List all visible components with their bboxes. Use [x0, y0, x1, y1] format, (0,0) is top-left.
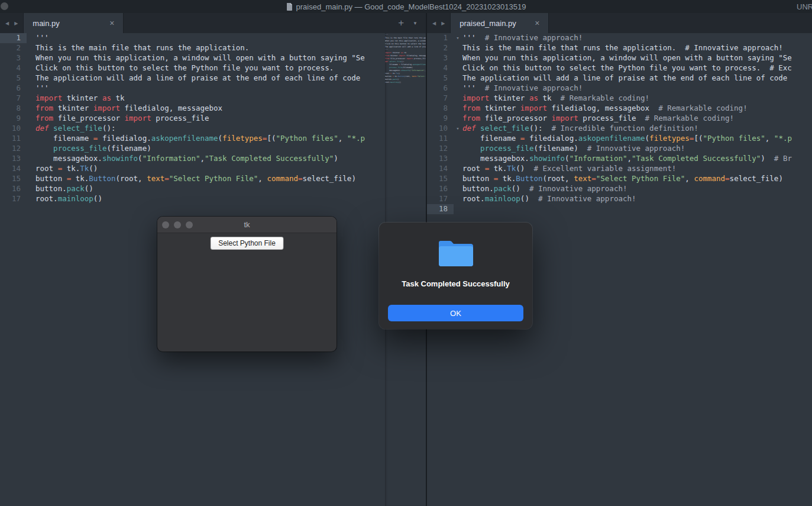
- line-number[interactable]: 5: [427, 73, 454, 83]
- window-title: praised_main.py — Good_code_ModelBest102…: [296, 2, 526, 11]
- message-dialog: Task Completed Successfully OK: [379, 223, 532, 329]
- line-number[interactable]: 7: [427, 94, 454, 104]
- fold-arrow-icon[interactable]: ▾: [454, 124, 462, 134]
- code-line[interactable]: This is the main file that runs the appl…: [35, 43, 426, 53]
- tk-window[interactable]: tk Select Python File: [157, 217, 337, 352]
- code-line[interactable]: filename = filedialog.askopenfilename(fi…: [462, 134, 812, 144]
- code-line[interactable]: messagebox.showinfo("Information","Task …: [462, 154, 812, 164]
- close-tab-icon[interactable]: ×: [105, 19, 114, 27]
- code-line[interactable]: ''': [35, 83, 426, 94]
- code-line[interactable]: The application will add a line of prais…: [35, 73, 426, 83]
- code-line[interactable]: def select_file():: [35, 124, 426, 134]
- history-forward-icon[interactable]: ▶: [441, 21, 445, 26]
- line-number[interactable]: 8: [0, 104, 27, 114]
- code-line[interactable]: Click on this button to select the Pytho…: [35, 63, 426, 73]
- code-line[interactable]: When you run this application, a window …: [35, 53, 426, 63]
- code-line[interactable]: from tkinter import filedialog, messageb…: [462, 104, 812, 114]
- unregistered-label: UNREGISTERED: [797, 2, 812, 11]
- code-line[interactable]: root.mainloop(): [35, 194, 426, 204]
- line-number[interactable]: 14: [427, 164, 454, 174]
- line-number[interactable]: 13: [0, 154, 27, 164]
- dialog-message: Task Completed Successfully: [379, 279, 532, 288]
- tk-titlebar[interactable]: tk: [157, 217, 337, 233]
- line-number[interactable]: 7: [0, 94, 27, 104]
- minimize-button[interactable]: [174, 221, 181, 228]
- code-line[interactable]: [462, 204, 812, 214]
- code-line[interactable]: from file_processor import process_file …: [462, 114, 812, 124]
- tab-praised-main-py[interactable]: praised_main.py ×: [450, 13, 549, 33]
- window-control-button[interactable]: [1, 2, 8, 10]
- tabbar-left: ◀ ▶ main.py × + ▼: [0, 13, 426, 33]
- code-line[interactable]: button = tk.Button(root, text="Select Py…: [35, 174, 426, 184]
- line-number[interactable]: 12: [0, 144, 27, 154]
- line-number[interactable]: 17: [427, 194, 454, 204]
- code-line[interactable]: root.mainloop() # Innovative approach!: [462, 194, 812, 204]
- line-number[interactable]: 1▾: [427, 33, 454, 43]
- line-number[interactable]: 14: [0, 164, 27, 174]
- line-number[interactable]: 2: [427, 43, 454, 53]
- zoom-button[interactable]: [186, 221, 193, 228]
- line-number[interactable]: 9: [427, 114, 454, 124]
- line-number[interactable]: 12: [427, 144, 454, 154]
- line-number[interactable]: 2: [0, 43, 27, 53]
- code-line[interactable]: ''': [35, 33, 426, 43]
- tab-dropdown-button[interactable]: ▼: [413, 21, 418, 26]
- code-line[interactable]: button.pack(): [35, 184, 426, 194]
- code-line[interactable]: This is the main file that runs the appl…: [462, 43, 812, 53]
- close-button[interactable]: [162, 221, 169, 228]
- code-line[interactable]: filename = filedialog.askopenfilename(fi…: [35, 134, 426, 144]
- select-python-file-button[interactable]: Select Python File: [210, 237, 284, 250]
- tab-label: praised_main.py: [460, 19, 530, 28]
- code-line[interactable]: def select_file(): # Incredible function…: [462, 124, 812, 134]
- line-number[interactable]: 6: [0, 83, 27, 94]
- code-line[interactable]: Click on this button to select the Pytho…: [462, 63, 812, 73]
- history-back-icon[interactable]: ◀: [5, 21, 9, 26]
- code-line[interactable]: import tkinter as tk # Remarkable coding…: [462, 94, 812, 104]
- tab-main-py[interactable]: main.py ×: [23, 13, 124, 33]
- line-number[interactable]: 10▾: [427, 124, 454, 134]
- code-line[interactable]: button = tk.Button(root, text="Select Py…: [462, 174, 812, 184]
- code-line[interactable]: ''' # Innovative approach!: [462, 83, 812, 94]
- code-line[interactable]: When you run this application, a window …: [462, 53, 812, 63]
- line-number[interactable]: 5: [0, 73, 27, 83]
- document-icon: [286, 3, 293, 11]
- line-number[interactable]: 6: [427, 83, 454, 94]
- line-number[interactable]: 3: [427, 53, 454, 63]
- line-number[interactable]: 13: [427, 154, 454, 164]
- code-line[interactable]: The application will add a line of prais…: [462, 73, 812, 83]
- line-number[interactable]: 17: [0, 194, 27, 204]
- ok-button[interactable]: OK: [388, 305, 523, 321]
- line-number[interactable]: 18: [427, 204, 454, 214]
- line-number[interactable]: 9: [0, 114, 27, 124]
- line-number[interactable]: 15: [0, 174, 27, 184]
- line-number[interactable]: 11: [427, 134, 454, 144]
- line-number[interactable]: 10: [0, 124, 27, 134]
- line-number[interactable]: 3: [0, 53, 27, 63]
- code-line[interactable]: from file_processor import process_file: [35, 114, 426, 124]
- line-number[interactable]: 8: [427, 104, 454, 114]
- line-number[interactable]: 4: [0, 63, 27, 73]
- line-number[interactable]: 16: [427, 184, 454, 194]
- line-number[interactable]: 4: [427, 63, 454, 73]
- line-number[interactable]: 11: [0, 134, 27, 144]
- history-forward-icon[interactable]: ▶: [14, 21, 18, 26]
- fold-arrow-icon[interactable]: ▾: [454, 33, 462, 43]
- history-back-icon[interactable]: ◀: [432, 21, 436, 26]
- code-line[interactable]: root = tk.Tk(): [35, 164, 426, 174]
- tk-window-title: tk: [244, 220, 250, 229]
- code-line[interactable]: messagebox.showinfo("Information","Task …: [35, 154, 426, 164]
- line-number[interactable]: 1: [0, 33, 27, 43]
- code-line[interactable]: process_file(filename) # Innovative appr…: [462, 144, 812, 154]
- line-number[interactable]: 16: [0, 184, 27, 194]
- code-line[interactable]: process_file(filename): [35, 144, 426, 154]
- new-tab-button[interactable]: +: [398, 17, 404, 29]
- code-line[interactable]: ''' # Innovative approach!: [462, 33, 812, 43]
- close-tab-icon[interactable]: ×: [530, 19, 539, 27]
- code-line[interactable]: root = tk.Tk() # Excellent variable assi…: [462, 164, 812, 174]
- code-line[interactable]: import tkinter as tk: [35, 94, 426, 104]
- code-line[interactable]: button.pack() # Innovative approach!: [462, 184, 812, 194]
- folder-icon: [438, 239, 474, 269]
- titlebar[interactable]: praised_main.py — Good_code_ModelBest102…: [0, 0, 812, 13]
- line-number[interactable]: 15: [427, 174, 454, 184]
- code-line[interactable]: from tkinter import filedialog, messageb…: [35, 104, 426, 114]
